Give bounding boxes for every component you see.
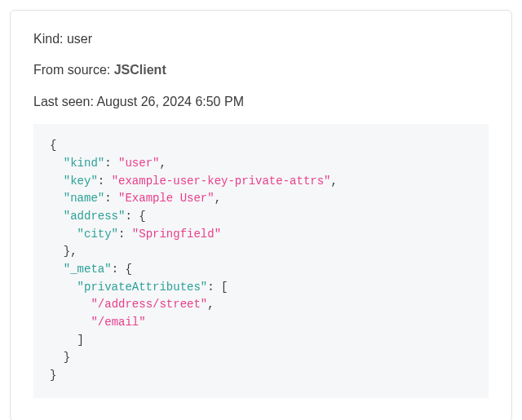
last-seen-value: August 26, 2024 6:50 PM	[96, 95, 244, 108]
last-seen-label: Last seen:	[33, 95, 94, 108]
source-label: From source:	[33, 63, 110, 77]
last-seen-line: Last seen: August 26, 2024 6:50 PM	[33, 93, 489, 111]
context-info-card: Kind: user From source: JSClient Last se…	[10, 10, 512, 420]
kind-value: user	[67, 32, 92, 46]
json-code-block: { "kind": "user", "key": "example-user-k…	[33, 124, 489, 398]
kind-label: Kind:	[33, 32, 63, 46]
source-link[interactable]: JSClient	[114, 63, 166, 77]
kind-line: Kind: user	[33, 30, 489, 48]
source-line: From source: JSClient	[33, 61, 489, 79]
